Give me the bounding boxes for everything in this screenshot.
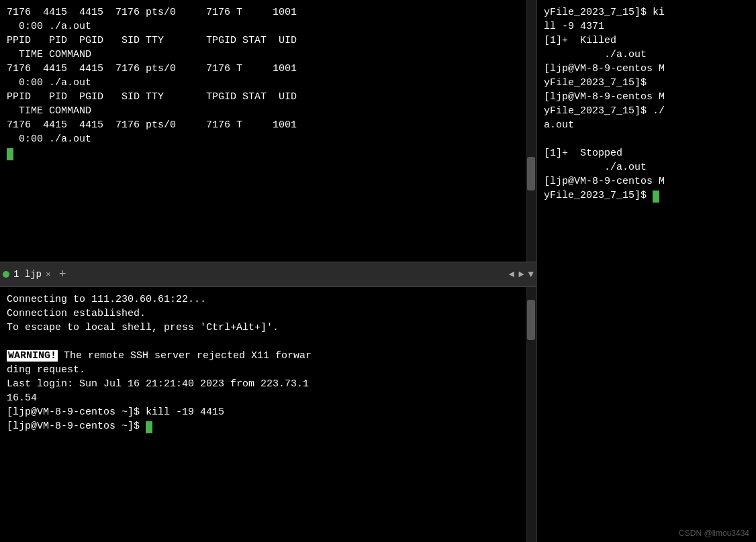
right-terminal[interactable]: yFile_2023_7_15]$ ki ll -9 4371 [1]+ Kil…: [537, 0, 756, 542]
main-area: 7176 4415 4415 7176 pts/0 7176 T 1001 0:…: [0, 0, 756, 542]
bottom-terminal-scrollbar-track[interactable]: [526, 287, 536, 542]
bottom-line-6: ding request.: [7, 363, 530, 377]
tab-close-button[interactable]: ×: [46, 270, 51, 280]
tab-nav: ◄ ► ▼: [509, 269, 534, 280]
right-line-10: [544, 132, 749, 146]
tab-nav-right[interactable]: ►: [518, 269, 524, 280]
warning-label: WARNING!: [7, 350, 58, 362]
right-line-9: a.out: [544, 118, 749, 132]
top-terminal-line-6: 0:00 ./a.out: [7, 76, 530, 90]
right-line-11: [1]+ Stopped: [544, 146, 749, 160]
tab-bar: 1 ljp × + ◄ ► ▼: [0, 262, 536, 287]
tab-nav-left[interactable]: ◄: [509, 269, 514, 280]
bottom-line-10: [ljp@VM-8-9-centos ~]$: [7, 419, 530, 433]
tab-status-dot: [3, 271, 9, 278]
bottom-line-2: Connection established.: [7, 307, 530, 321]
top-terminal[interactable]: 7176 4415 4415 7176 pts/0 7176 T 1001 0:…: [0, 0, 536, 262]
bottom-terminal-scrollbar-thumb[interactable]: [527, 300, 535, 340]
right-line-2: ll -9 4371: [544, 19, 749, 34]
right-line-12: ./a.out: [544, 160, 749, 174]
top-terminal-line-9: 7176 4415 4415 7176 pts/0 7176 T 1001: [7, 118, 530, 132]
right-line-7: [ljp@VM-8-9-centos M: [544, 90, 749, 104]
bottom-line-9: [ljp@VM-8-9-centos ~]$ kill -19 4415: [7, 405, 530, 419]
right-line-4: ./a.out: [544, 48, 749, 62]
bottom-line-1: Connecting to 111.230.60.61:22...: [7, 292, 530, 307]
right-line-13: [ljp@VM-8-9-centos M: [544, 174, 749, 188]
tab-nav-dropdown[interactable]: ▼: [528, 269, 534, 280]
bottom-terminal-cursor: [146, 421, 152, 433]
right-line-6: yFile_2023_7_15]$: [544, 76, 749, 90]
top-terminal-cursor-line: [7, 146, 530, 160]
top-terminal-line-4: TIME COMMAND: [7, 48, 530, 62]
bottom-line-5: WARNING! The remote SSH server rejected …: [7, 349, 530, 363]
tab-add-button[interactable]: +: [59, 268, 66, 281]
bottom-line-8: 16.54: [7, 391, 530, 405]
left-side: 7176 4415 4415 7176 pts/0 7176 T 1001 0:…: [0, 0, 537, 542]
bottom-line-4: [7, 335, 530, 349]
right-line-8: yFile_2023_7_15]$ ./: [544, 104, 749, 118]
top-terminal-line-3: PPID PID PGID SID TTY TPGID STAT UID: [7, 34, 530, 48]
top-terminal-line-10: 0:00 ./a.out: [7, 132, 530, 146]
top-terminal-cursor: [7, 148, 13, 160]
top-terminal-line-7: PPID PID PGID SID TTY TPGID STAT UID: [7, 90, 530, 104]
bottom-line-3: To escape to local shell, press 'Ctrl+Al…: [7, 321, 530, 335]
right-line-14: yFile_2023_7_15]$: [544, 188, 749, 203]
right-line-1: yFile_2023_7_15]$ ki: [544, 5, 749, 19]
right-terminal-cursor: [653, 191, 659, 203]
top-terminal-scrollbar-track[interactable]: [526, 0, 536, 262]
top-terminal-line-5: 7176 4415 4415 7176 pts/0 7176 T 1001: [7, 62, 530, 76]
right-line-5: [ljp@VM-8-9-centos M: [544, 62, 749, 76]
top-terminal-line-2: 0:00 ./a.out: [7, 19, 530, 34]
bottom-line-7: Last login: Sun Jul 16 21:21:40 2023 fro…: [7, 377, 530, 391]
tab-label[interactable]: 1 ljp: [13, 269, 42, 280]
top-terminal-line-8: TIME COMMAND: [7, 104, 530, 118]
watermark: CSDN @limou3434: [679, 529, 749, 538]
bottom-terminal[interactable]: Connecting to 111.230.60.61:22... Connec…: [0, 287, 536, 542]
right-line-3: [1]+ Killed: [544, 34, 749, 48]
top-terminal-scrollbar-thumb[interactable]: [527, 157, 535, 191]
top-terminal-line-1: 7176 4415 4415 7176 pts/0 7176 T 1001: [7, 5, 530, 19]
